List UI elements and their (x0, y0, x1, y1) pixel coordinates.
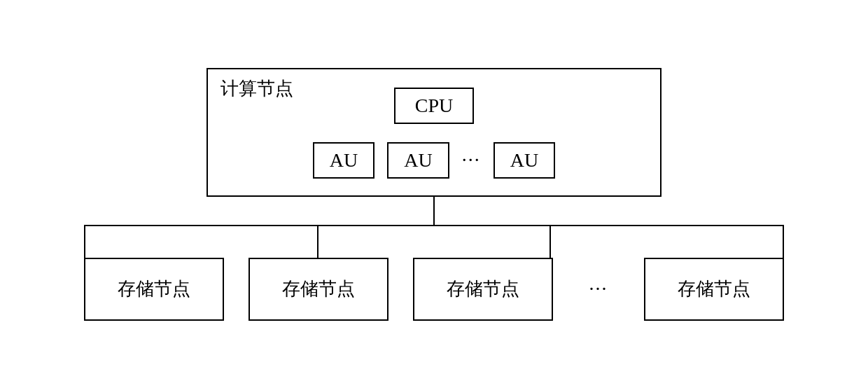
vertical-line-2 (317, 226, 318, 258)
vertical-line-4 (783, 226, 784, 258)
au-box-1: AU (313, 142, 374, 179)
storage-node-2: 存储节点 (248, 258, 388, 321)
storage-node-3: 存储节点 (413, 258, 553, 321)
architecture-diagram: 计算节点 CPU AU AU ··· AU 存储节点 存储节点 存储节点 ···… (49, 68, 819, 321)
vertical-line-1 (84, 226, 85, 258)
au-box-3: AU (493, 142, 555, 179)
cpu-box: CPU (394, 88, 474, 124)
storage-node-4: 存储节点 (644, 258, 784, 321)
storage-nodes-row: 存储节点 存储节点 存储节点 ··· 存储节点 (84, 258, 784, 321)
storage-node-1: 存储节点 (84, 258, 224, 321)
storage-dots: ··· (578, 258, 620, 321)
vertical-line-top (433, 197, 435, 225)
au-dots: ··· (462, 149, 481, 172)
au-row: AU AU ··· AU (313, 142, 555, 179)
au-box-2: AU (387, 142, 449, 179)
connector-area (49, 197, 819, 258)
vertical-line-3 (550, 226, 551, 258)
compute-node-box: 计算节点 CPU AU AU ··· AU (206, 68, 662, 197)
vertical-lines-row (84, 226, 784, 258)
compute-node-label: 计算节点 (220, 76, 293, 101)
